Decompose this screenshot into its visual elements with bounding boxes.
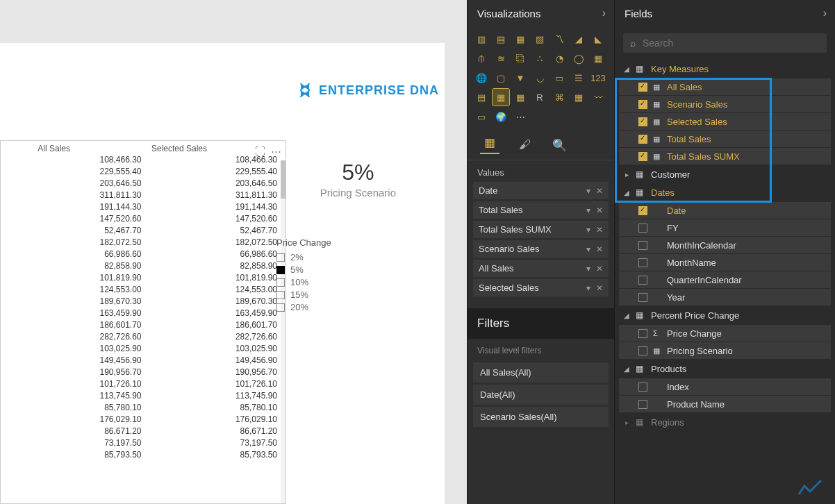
clustered-bar-icon[interactable]: ▤ bbox=[493, 31, 509, 47]
visualizations-header[interactable]: Visualizations › bbox=[468, 0, 614, 26]
table-row[interactable]: 311,811.30311,811.30 bbox=[5, 189, 281, 201]
field-well[interactable]: Selected Sales▾✕ bbox=[473, 279, 609, 296]
line-column-icon[interactable]: ⫛ bbox=[473, 50, 490, 67]
map-icon[interactable]: 🌐 bbox=[473, 69, 490, 86]
table-key-measures[interactable]: ◢ ▦ Key Measures bbox=[615, 60, 835, 78]
remove-field-icon[interactable]: ✕ bbox=[596, 283, 603, 293]
stacked-column-icon[interactable]: ▦ bbox=[512, 31, 529, 47]
table-visual[interactable]: ⛶ ⋯ All Sales Selected Sales 108,466.301… bbox=[0, 140, 286, 504]
clustered-column-icon[interactable]: ▧ bbox=[531, 31, 548, 47]
expand-icon[interactable]: ◢ bbox=[623, 365, 630, 373]
field-item[interactable]: MonthInCalendar bbox=[619, 237, 831, 253]
table-row[interactable]: 149,456.90149,456.90 bbox=[5, 354, 281, 366]
expand-icon[interactable]: ◢ bbox=[623, 312, 630, 319]
r-visual-icon[interactable]: R bbox=[531, 89, 548, 106]
filled-map-icon[interactable]: ▢ bbox=[493, 69, 509, 86]
stacked-area-icon[interactable]: ◣ bbox=[590, 31, 606, 47]
field-item[interactable]: MonthName bbox=[619, 254, 831, 271]
table-row[interactable]: 189,670.30189,670.30 bbox=[5, 295, 281, 307]
field-checkbox[interactable] bbox=[638, 383, 647, 392]
table-scrollbar[interactable] bbox=[281, 160, 286, 503]
import-visual-icon[interactable]: ⋯ bbox=[512, 108, 529, 125]
matrix-icon[interactable]: ▦ bbox=[512, 89, 529, 106]
treemap-icon[interactable]: ▦ bbox=[590, 50, 606, 67]
focus-mode-icon[interactable]: ⛶ bbox=[255, 145, 265, 158]
more-options-icon[interactable]: ⋯ bbox=[271, 145, 281, 158]
chevron-right-icon[interactable]: › bbox=[823, 7, 827, 19]
table-percent-price-change[interactable]: ◢ ▦ Percent Price Change bbox=[615, 306, 835, 324]
field-checkbox[interactable] bbox=[638, 83, 647, 92]
table-dates[interactable]: ◢ ▦ Dates bbox=[615, 183, 835, 201]
table-icon[interactable]: ▦ bbox=[493, 89, 509, 106]
fields-search[interactable]: ⌕ bbox=[623, 33, 827, 53]
table-row[interactable]: 82,858.9082,858.90 bbox=[5, 260, 281, 271]
table-row[interactable]: 113,745.90113,745.90 bbox=[5, 389, 281, 401]
checkbox-icon[interactable] bbox=[276, 303, 285, 312]
field-checkbox[interactable] bbox=[638, 152, 647, 161]
table-row[interactable]: 52,467.7052,467.70 bbox=[5, 224, 281, 236]
chevron-down-icon[interactable]: ▾ bbox=[586, 205, 590, 215]
area-chart-icon[interactable]: ◢ bbox=[570, 31, 587, 47]
slicer-option[interactable]: 5% bbox=[276, 264, 381, 275]
field-item[interactable]: Year bbox=[619, 289, 831, 305]
field-well[interactable]: Date▾✕ bbox=[473, 182, 609, 199]
table-row[interactable]: 229,555.40229,555.40 bbox=[5, 165, 281, 177]
field-checkbox[interactable] bbox=[638, 135, 647, 144]
price-change-slicer[interactable]: Price Change 2%5%10%15%20% bbox=[276, 237, 381, 314]
chevron-down-icon[interactable]: ▾ bbox=[586, 225, 590, 235]
table-row[interactable]: 124,553.00124,553.00 bbox=[5, 283, 281, 295]
filter-card[interactable]: Date(All) bbox=[473, 385, 609, 405]
table-row[interactable]: 101,819.90101,819.90 bbox=[5, 271, 281, 283]
filters-header[interactable]: Filters bbox=[468, 308, 614, 339]
field-checkbox[interactable] bbox=[638, 117, 647, 126]
table-row[interactable]: 191,144.30191,144.30 bbox=[5, 201, 281, 212]
table-row[interactable]: 203,646.50203,646.50 bbox=[5, 177, 281, 189]
card-icon[interactable]: ▭ bbox=[551, 69, 568, 86]
table-row[interactable]: 282,726.60282,726.60 bbox=[5, 330, 281, 342]
table-row[interactable]: 163,459.90163,459.90 bbox=[5, 307, 281, 319]
stacked-bar-icon[interactable]: ▥ bbox=[473, 31, 490, 47]
key-influencers-icon[interactable]: ▦ bbox=[570, 89, 587, 106]
line-chart-icon[interactable]: 〽 bbox=[551, 31, 568, 47]
scrollbar-thumb[interactable] bbox=[281, 160, 286, 199]
table-row[interactable]: 73,197.5073,197.50 bbox=[5, 437, 281, 448]
pie-chart-icon[interactable]: ◔ bbox=[551, 50, 568, 67]
field-checkbox[interactable] bbox=[638, 293, 647, 302]
table-row[interactable]: 182,072.50182,072.50 bbox=[5, 236, 281, 248]
report-canvas[interactable]: ENTERPRISE DNA ⛶ ⋯ All Sales Selected Sa… bbox=[0, 0, 467, 504]
decomposition-icon[interactable]: 〰 bbox=[590, 89, 606, 106]
table-row[interactable]: 103,025.90103,025.90 bbox=[5, 342, 281, 354]
checkbox-icon[interactable] bbox=[276, 278, 285, 287]
chevron-down-icon[interactable]: ▾ bbox=[586, 264, 590, 274]
slicer-option[interactable]: 2% bbox=[276, 252, 381, 262]
expand-icon[interactable]: ◢ bbox=[623, 189, 630, 196]
field-item[interactable]: QuarterInCalendar bbox=[619, 271, 831, 288]
table-row[interactable]: 190,956.70190,956.70 bbox=[5, 366, 281, 378]
table-row[interactable]: 186,601.70186,601.70 bbox=[5, 319, 281, 330]
multi-row-card-icon[interactable]: ☰ bbox=[570, 69, 587, 86]
field-item[interactable]: Product Name bbox=[619, 396, 831, 412]
ribbon-chart-icon[interactable]: ≋ bbox=[493, 50, 509, 67]
column-header-selected-sales[interactable]: Selected Sales bbox=[70, 144, 281, 153]
field-checkbox[interactable] bbox=[638, 329, 647, 338]
field-checkbox[interactable] bbox=[638, 258, 647, 267]
field-well[interactable]: All Sales▾✕ bbox=[473, 260, 609, 277]
table-products[interactable]: ◢ ▦ Products bbox=[615, 360, 835, 378]
search-input[interactable] bbox=[643, 37, 820, 49]
field-item[interactable]: FY bbox=[619, 219, 831, 236]
chevron-down-icon[interactable]: ▾ bbox=[586, 186, 590, 196]
field-well[interactable]: Total Sales SUMX▾✕ bbox=[473, 221, 609, 238]
field-item[interactable]: Date bbox=[619, 202, 831, 219]
table-regions[interactable]: ▸ ▦ Regions bbox=[615, 413, 835, 431]
slicer-option[interactable]: 15% bbox=[276, 289, 381, 300]
field-checkbox[interactable] bbox=[638, 224, 647, 233]
fields-tab-icon[interactable]: ▦ bbox=[480, 136, 499, 154]
table-row[interactable]: 86,671.2086,671.20 bbox=[5, 425, 281, 437]
gauge-icon[interactable]: ◡ bbox=[531, 69, 548, 86]
table-row[interactable]: 85,780.1085,780.10 bbox=[5, 401, 281, 413]
field-item[interactable]: ▦Scenario Sales bbox=[619, 96, 831, 112]
field-checkbox[interactable] bbox=[638, 276, 647, 285]
field-item[interactable]: Index bbox=[619, 378, 831, 395]
field-checkbox[interactable] bbox=[638, 241, 647, 250]
remove-field-icon[interactable]: ✕ bbox=[596, 205, 603, 215]
